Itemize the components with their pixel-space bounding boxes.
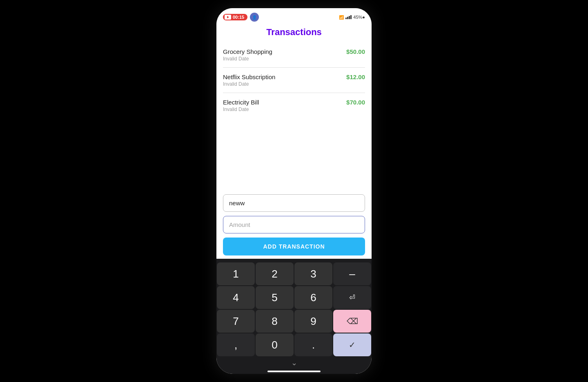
bar4 <box>350 15 352 19</box>
key-tab[interactable]: ⏎ <box>333 286 371 309</box>
bar3 <box>349 16 350 19</box>
signal-bars <box>345 15 352 19</box>
add-transaction-button[interactable]: ADD TRANSACTION <box>223 238 365 255</box>
key-0[interactable]: 0 <box>256 333 294 356</box>
name-input[interactable] <box>223 194 365 212</box>
transaction-date: Invalid Date <box>223 56 272 62</box>
amount-input[interactable] <box>223 216 365 233</box>
keyboard-row-2: 4 5 6 ⏎ <box>216 286 372 309</box>
transaction-info: Netflix Subscription Invalid Date <box>223 73 275 87</box>
key-7[interactable]: 7 <box>217 310 255 333</box>
key-backspace[interactable]: ⌫ <box>333 310 371 333</box>
transaction-date: Invalid Date <box>223 107 259 112</box>
key-4[interactable]: 4 <box>217 286 255 309</box>
key-6[interactable]: 6 <box>294 286 332 309</box>
key-period[interactable]: . <box>294 333 332 356</box>
transaction-amount: $12.00 <box>346 73 365 80</box>
numeric-keyboard: 1 2 3 – 4 5 6 ⏎ 7 8 9 ⌫ , 0 <box>216 259 372 374</box>
keyboard-row-3: 7 8 9 ⌫ <box>216 309 372 333</box>
app-content: Transactions Grocery Shopping Invalid Da… <box>216 24 372 259</box>
home-indicator <box>267 371 321 372</box>
timer-text: 00:15 <box>233 15 244 20</box>
transaction-amount: $70.00 <box>346 99 365 106</box>
status-bar: 00:15 👤 📶 45%● <box>216 8 372 24</box>
user-avatar: 👤 <box>250 13 259 22</box>
transaction-name: Netflix Subscription <box>223 73 275 80</box>
transaction-name: Electricity Bill <box>223 99 259 106</box>
transaction-amount: $50.00 <box>346 48 365 55</box>
bar2 <box>347 17 348 19</box>
phone-frame: 00:15 👤 📶 45%● Transactions Grocery Shop… <box>216 8 372 374</box>
key-comma[interactable]: , <box>217 333 255 356</box>
wifi-icon: 📶 <box>339 15 344 20</box>
key-8[interactable]: 8 <box>256 310 294 333</box>
key-5[interactable]: 5 <box>256 286 294 309</box>
keyboard-collapse-bar[interactable]: ⌄ <box>216 357 372 369</box>
status-left: 00:15 👤 <box>223 13 259 22</box>
status-right: 📶 45%● <box>339 15 365 20</box>
battery-text: 45%● <box>353 15 365 20</box>
page-title: Transactions <box>223 27 365 38</box>
transaction-name: Grocery Shopping <box>223 48 272 55</box>
transaction-item: Grocery Shopping Invalid Date $50.00 <box>223 42 365 68</box>
keyboard-rows: 1 2 3 – 4 5 6 ⏎ 7 8 9 ⌫ , 0 <box>216 262 372 357</box>
keyboard-row-1: 1 2 3 – <box>216 262 372 286</box>
chevron-down-icon: ⌄ <box>291 358 297 367</box>
transactions-list: Grocery Shopping Invalid Date $50.00 Net… <box>216 42 372 188</box>
app-header: Transactions <box>216 24 372 42</box>
youtube-icon <box>225 15 231 20</box>
transaction-item: Electricity Bill Invalid Date $70.00 <box>223 93 365 118</box>
key-1[interactable]: 1 <box>217 262 255 285</box>
key-minus[interactable]: – <box>333 262 371 285</box>
transaction-date: Invalid Date <box>223 81 275 87</box>
key-confirm[interactable]: ✓ <box>333 333 371 356</box>
transaction-item: Netflix Subscription Invalid Date $12.00 <box>223 68 365 93</box>
form-section: ADD TRANSACTION <box>216 188 372 259</box>
key-3[interactable]: 3 <box>294 262 332 285</box>
key-2[interactable]: 2 <box>256 262 294 285</box>
keyboard-row-4: , 0 . ✓ <box>216 333 372 357</box>
transaction-info: Grocery Shopping Invalid Date <box>223 48 272 62</box>
key-9[interactable]: 9 <box>294 310 332 333</box>
youtube-badge: 00:15 <box>223 14 247 20</box>
bar1 <box>345 18 347 19</box>
transaction-info: Electricity Bill Invalid Date <box>223 99 259 112</box>
